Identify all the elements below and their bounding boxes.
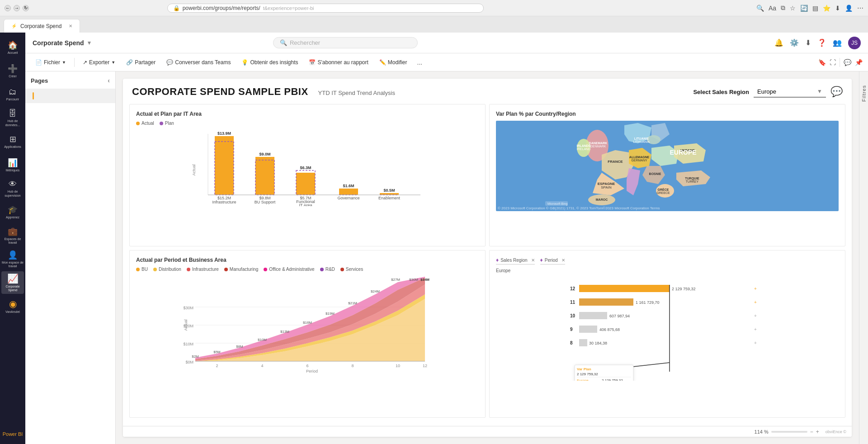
drill-bar-11[interactable] <box>579 298 633 306</box>
bar-chart-title: Actual et Plan par IT Area <box>136 111 479 117</box>
nav-corporate-spend[interactable]: 📈 Corporate Spend <box>1 271 24 294</box>
nav-monitor[interactable]: 👁 Hub de supervision <box>1 177 24 200</box>
browser-tab[interactable]: ⚡ Corporate Spend ✕ <box>4 19 80 33</box>
bar-busupport-actual[interactable] <box>255 157 274 195</box>
svg-text:Actual: Actual <box>192 164 196 175</box>
report-canvas: CORPORATE SPEND SAMPLE PBIX YTD IT Spend… <box>123 79 852 437</box>
url-text: powerbi.com/groups/me/reports/ <box>183 5 260 11</box>
file-label: Fichier <box>44 59 60 66</box>
back-button[interactable]: ← <box>5 5 11 11</box>
nav-myworkspace[interactable]: 👤 Mon espace de travail <box>1 248 24 270</box>
svg-text:$30M: $30M <box>409 278 418 282</box>
pip-icon[interactable]: ⧉ <box>781 4 785 12</box>
app-name-chevron[interactable]: ▼ <box>87 40 92 46</box>
drill-filter-period[interactable]: ♦ Period ✕ <box>540 257 565 265</box>
svg-text:12: 12 <box>423 364 427 368</box>
bookmark-icon[interactable]: ☆ <box>790 5 796 12</box>
legend-infrastructure: Infrastructure <box>187 267 219 272</box>
legend-actual-dot <box>136 122 140 125</box>
download-icon[interactable]: ⬇ <box>835 5 840 12</box>
search-bar[interactable]: 🔍 Rechercher <box>273 37 418 48</box>
share2-icon[interactable]: 👥 <box>833 38 842 47</box>
file-chevron: ▼ <box>62 60 66 65</box>
subscribe-button[interactable]: 📅 S'abonner au rapport <box>304 57 373 67</box>
powerbi-logo-area: Power BI <box>3 428 23 440</box>
workspaces-icon: 💼 <box>8 227 18 236</box>
settings-icon[interactable]: ⚙️ <box>790 38 799 47</box>
star-icon[interactable]: ⭐ <box>823 5 830 12</box>
map-container[interactable]: IRLANDE IRELAND DANEMARK DENMARK LITUANI… <box>496 121 839 211</box>
drill-bar-9[interactable] <box>579 326 597 333</box>
refresh-button[interactable]: ↻ <box>23 5 29 11</box>
notification-icon[interactable]: 🔔 <box>774 38 783 47</box>
region-label: Select Sales Region <box>693 89 749 95</box>
drill-chart-svg: 12 2 129 759,32 + 11 1 161 729,70 + 10 <box>496 277 839 381</box>
zoom-icon[interactable]: 🔍 <box>756 5 764 12</box>
download2-icon[interactable]: ⬇ <box>805 38 811 47</box>
sidebar-icon[interactable]: ▤ <box>812 5 818 12</box>
export-button[interactable]: ↗ Exporter ▼ <box>78 57 120 67</box>
svg-text:$1.6M: $1.6M <box>343 184 354 188</box>
drill-bar-8[interactable] <box>579 339 587 346</box>
app-name: Corporate Spend ▼ <box>33 39 92 47</box>
share-button[interactable]: 🔗 Partager <box>122 57 160 67</box>
chat-icon[interactable]: 💬 <box>830 86 843 98</box>
page-item-planvariance[interactable] <box>25 103 115 110</box>
bar-infrastructure-actual[interactable] <box>215 136 234 195</box>
drill-filter-region[interactable]: ♦ Sales Region ✕ <box>496 257 535 265</box>
zoom-slider[interactable] <box>771 431 807 433</box>
nav-workspaces[interactable]: 💼 Espaces de travail <box>1 224 24 247</box>
nav-home[interactable]: 🏠 Accueil <box>1 36 24 59</box>
drill-filter-region-close[interactable]: ✕ <box>531 258 535 263</box>
toolbar-more[interactable]: ... <box>414 57 426 68</box>
nav-vanarsdel[interactable]: ◉ VanArsdel <box>1 295 24 317</box>
page-item-itspend[interactable] <box>25 89 115 103</box>
drill-bar-12[interactable] <box>579 285 670 292</box>
nav-learn[interactable]: 🎓 Apprenez <box>1 201 24 223</box>
more-dots-icon[interactable]: ⋯ <box>857 5 863 12</box>
legend-bu-dot <box>136 268 140 271</box>
edit-button[interactable]: ✏️ Modifier <box>375 57 412 67</box>
svg-text:$20M: $20M <box>183 324 193 328</box>
insights-button[interactable]: 💡 Obtenir des insights <box>237 57 302 67</box>
zoom-out-icon[interactable]: − <box>810 429 813 435</box>
tab-favicon: ⚡ <box>11 24 17 28</box>
nav-browse[interactable]: 🗂 Parcourir <box>1 83 24 106</box>
account-icon[interactable]: JS <box>848 37 861 49</box>
svg-text:8: 8 <box>351 364 354 368</box>
svg-text:IRLANDE: IRLANDE <box>576 144 590 147</box>
reader-icon[interactable]: Aa <box>769 5 776 12</box>
filters-panel[interactable]: Filtres <box>859 71 868 444</box>
nav-create[interactable]: ➕ Créer <box>1 60 24 82</box>
drill-filter-period-close[interactable]: ✕ <box>561 258 565 263</box>
legend-office: Office & Administrative <box>264 267 314 272</box>
svg-text:+: + <box>754 327 757 332</box>
nav-metrics[interactable]: 📊 Métriques <box>1 154 24 176</box>
legend-services: Services <box>340 267 363 272</box>
comment-icon[interactable]: 💬 <box>844 59 851 66</box>
url-bar[interactable]: 🔒 powerbi.com/groups/me/reports/ t&exper… <box>167 4 484 13</box>
zoom-in-icon[interactable]: + <box>816 429 819 435</box>
nav-apps[interactable]: ⊞ Applications <box>1 130 24 153</box>
fullscreen-icon[interactable]: ⛶ <box>830 59 836 66</box>
search-placeholder: Rechercher <box>290 39 320 46</box>
svg-text:10: 10 <box>396 364 400 368</box>
bar-governance-actual[interactable] <box>339 189 358 195</box>
svg-text:$30M: $30M <box>183 306 193 310</box>
datahub-icon: 🗄 <box>9 109 17 118</box>
pin-icon[interactable]: 📌 <box>855 59 863 66</box>
region-select[interactable]: Europe ▼ <box>754 86 826 98</box>
pages-collapse-icon[interactable]: ‹ <box>108 77 110 84</box>
refresh2-icon[interactable]: 🔄 <box>800 5 808 12</box>
file-button[interactable]: 📄 Fichier ▼ <box>31 57 71 67</box>
forward-button[interactable]: → <box>14 5 20 11</box>
nav-datahub[interactable]: 🗄 Hub de données... <box>1 107 24 129</box>
svg-text:12: 12 <box>570 286 576 291</box>
bookmark2-icon[interactable]: 🔖 <box>818 59 826 66</box>
profile-icon[interactable]: 👤 <box>845 5 853 12</box>
teams-button[interactable]: 💬 Converser dans Teams <box>162 57 235 67</box>
help-icon[interactable]: ❓ <box>817 38 826 47</box>
tab-close-icon[interactable]: ✕ <box>69 24 72 28</box>
bar-functional-actual[interactable] <box>296 173 315 195</box>
drill-bar-10[interactable] <box>579 312 607 319</box>
